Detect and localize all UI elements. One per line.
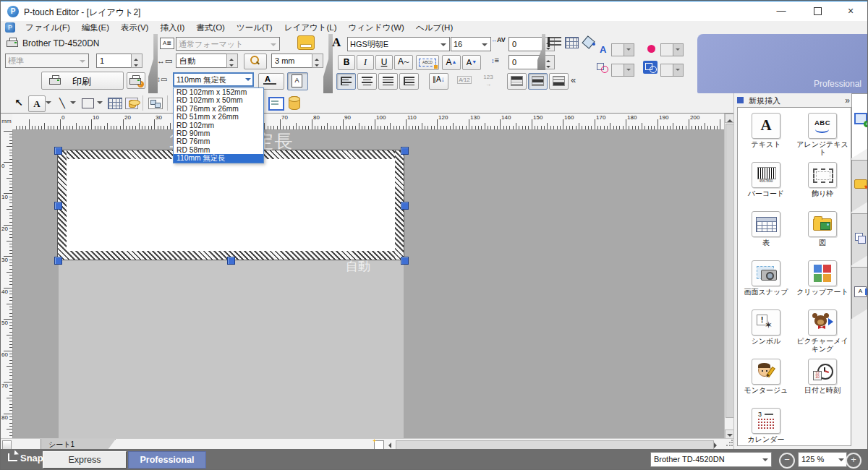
handle-bottom-right[interactable]: [401, 257, 409, 265]
media-size-option[interactable]: RD 90mm: [174, 129, 263, 137]
menu-insert[interactable]: 挿入(I): [154, 21, 190, 34]
font-name-combo[interactable]: HGS明朝E: [347, 37, 450, 51]
collapse-toolbar-button[interactable]: «: [571, 74, 576, 85]
tab-new-insert[interactable]: [851, 93, 868, 158]
tape-width-stepper[interactable]: [226, 54, 238, 68]
media-size-option[interactable]: RD 102mm x 50mm: [174, 96, 263, 104]
char-in-cell-button[interactable]: A⁄12: [456, 74, 472, 88]
insert-item-picture-making[interactable]: ピクチャーメイキング: [794, 308, 851, 357]
media-size-option[interactable]: RD 102mm: [174, 121, 263, 129]
insert-item-clipart[interactable]: クリップアート: [794, 259, 851, 308]
underline-button[interactable]: U: [375, 55, 393, 70]
valign-top-button[interactable]: [507, 73, 527, 90]
select-tool[interactable]: ↖: [12, 95, 25, 111]
media-dropdown-list[interactable]: RD 102mm x 152mmRD 102mm x 50mmRD 76mm x…: [173, 87, 264, 163]
professional-mode-button[interactable]: Professional: [128, 451, 206, 469]
valign-bottom-button[interactable]: [549, 73, 569, 90]
text-style-button[interactable]: A〜: [394, 55, 413, 70]
tape-width-input[interactable]: 自動: [176, 54, 228, 68]
numbering-button[interactable]: 123→: [480, 73, 497, 87]
vertical-text-button[interactable]: A: [287, 72, 308, 90]
valign-middle-button[interactable]: [528, 73, 548, 90]
canvas-area[interactable]: mm 0102030405060708090100110120130140150…: [1, 113, 733, 439]
handle-top-right[interactable]: [401, 147, 409, 155]
menu-format[interactable]: 書式(O): [190, 21, 231, 34]
sheet-tab[interactable]: シート1: [41, 439, 116, 450]
insert-item-frame[interactable]: 飾り枠: [794, 161, 851, 210]
table-insert-tool[interactable]: [108, 98, 122, 109]
insert-item-date-time[interactable]: 1210 日付と時刻: [794, 357, 851, 406]
outline-color-combo[interactable]: [611, 64, 634, 77]
menu-edit[interactable]: 編集(E): [76, 21, 115, 34]
arrange-windows-tool[interactable]: [148, 98, 163, 109]
media-size-option[interactable]: 110mm 無定長: [174, 154, 263, 162]
print-settings-button[interactable]: ✓: [127, 72, 145, 89]
zoom-in-button[interactable]: +: [846, 453, 861, 469]
media-size-option[interactable]: RD 76mm: [174, 137, 263, 145]
print-quality-combo[interactable]: 標準: [5, 54, 89, 68]
media-size-option[interactable]: RD 51mm x 26mm: [174, 113, 263, 121]
menu-help[interactable]: ヘルプ(H): [410, 21, 459, 34]
menu-window[interactable]: ウィンドウ(W): [343, 21, 410, 34]
line-tool[interactable]: ╲: [56, 95, 69, 111]
sidebar-expander[interactable]: »: [845, 95, 850, 106]
insert-item-image[interactable]: 図: [794, 210, 851, 259]
properties-tool[interactable]: [268, 97, 284, 111]
insert-item-calendar[interactable]: 3 カレンダー: [738, 406, 794, 456]
align-left-button[interactable]: [336, 73, 356, 90]
menu-tools[interactable]: ツール(T): [231, 21, 278, 34]
justify-button[interactable]: [399, 73, 419, 90]
decrease-font-button[interactable]: A▼: [462, 55, 481, 70]
resize-grip[interactable]: [726, 440, 733, 447]
handle-bottom-left[interactable]: [54, 257, 62, 265]
vertical-scrollbar[interactable]: [724, 114, 734, 439]
media-size-option[interactable]: RD 58mm: [174, 146, 263, 154]
tab-label-list[interactable]: A: [851, 267, 868, 319]
media-size-option[interactable]: RD 76mm x 26mm: [174, 105, 263, 113]
table-tool-icon[interactable]: [565, 37, 579, 48]
increase-font-button[interactable]: A▲: [442, 55, 461, 70]
copies-input[interactable]: 1: [96, 54, 132, 68]
shape-tool[interactable]: [82, 98, 94, 108]
media-size-combo[interactable]: 110mm 無定長: [173, 72, 254, 87]
margin-input[interactable]: 3 mm: [271, 54, 313, 68]
handle-bottom-center[interactable]: [227, 257, 235, 265]
copies-stepper[interactable]: [131, 54, 142, 68]
object-align-icon[interactable]: [548, 37, 561, 47]
shape-tool-dropdown[interactable]: [96, 95, 103, 111]
label-roll-icon[interactable]: [297, 35, 315, 50]
document-menu-icon[interactable]: P: [5, 22, 15, 33]
preview-button[interactable]: [244, 54, 267, 69]
database-tool[interactable]: [289, 96, 300, 110]
char-spacing-input[interactable]: 0: [509, 37, 545, 51]
align-center-button[interactable]: [357, 73, 377, 90]
tab-favorites[interactable]: ♥: [851, 160, 868, 212]
media-size-option[interactable]: RD 102mm x 152mm: [174, 88, 263, 96]
align-right-button[interactable]: [378, 73, 398, 90]
express-mode-button[interactable]: Express: [43, 451, 127, 469]
insert-item-text[interactable]: A テキスト: [738, 111, 794, 161]
insert-item-montage[interactable]: モンタージュ: [738, 357, 794, 406]
database-frame-tool[interactable]: [125, 98, 138, 109]
handle-top-left[interactable]: [54, 147, 62, 155]
menu-view[interactable]: 表示(V): [115, 21, 154, 34]
format-combo[interactable]: 通常フォーマット: [176, 37, 280, 51]
window-close-button[interactable]: ×: [840, 1, 861, 20]
italic-button[interactable]: I: [357, 55, 374, 70]
text-color-combo[interactable]: [611, 43, 634, 56]
bold-button[interactable]: B: [338, 55, 355, 70]
insert-item-screen-snap[interactable]: 画面スナップ: [738, 259, 794, 308]
handle-middle-right[interactable]: [401, 202, 409, 210]
insert-item-arrange-text[interactable]: ABC アレンジテキスト: [794, 111, 851, 161]
menu-layout[interactable]: レイアウト(L): [278, 21, 343, 34]
vertical-align-text-button[interactable]: ∥A↓: [429, 73, 448, 90]
snap-mode-button[interactable]: Snap: [8, 453, 43, 463]
zoom-level-combo[interactable]: 125 %: [798, 452, 847, 467]
tab-layout-objects[interactable]: [851, 213, 868, 265]
frame-text-button[interactable]: ABCD: [416, 55, 439, 70]
insert-item-table[interactable]: 表: [738, 210, 794, 259]
window-minimize-button[interactable]: —: [770, 1, 792, 20]
handle-middle-left[interactable]: [54, 202, 62, 210]
object-fill-combo[interactable]: [660, 64, 684, 77]
label-object[interactable]: [57, 150, 404, 260]
